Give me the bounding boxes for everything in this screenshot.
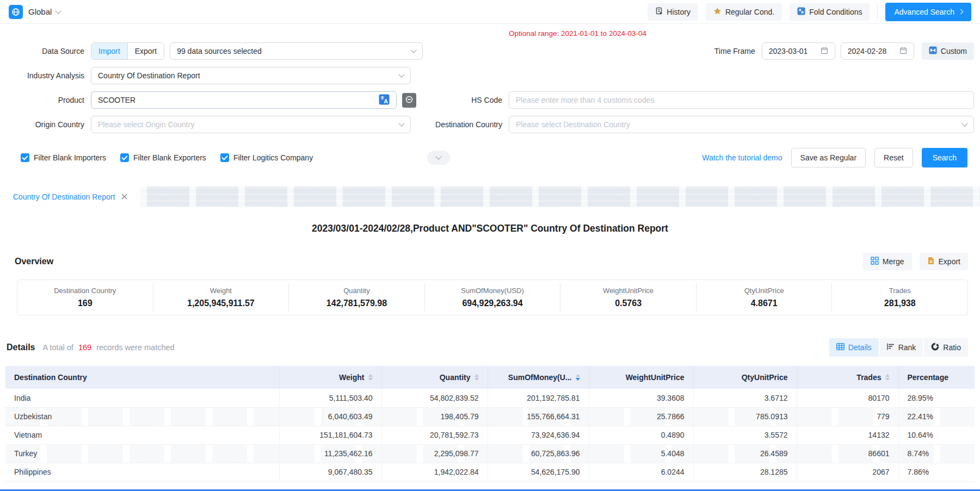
data-source-toggle: Import Export [91,42,164,60]
start-date-input[interactable]: 2023-03-01 [762,42,835,60]
col-percentage: Percentage [898,366,975,389]
table-row[interactable]: Philippines 9,067,480.35 1,942,022.84 54… [5,463,975,481]
destination-country-select[interactable]: Please select Destination Country [509,116,974,133]
chevron-down-icon [398,71,404,77]
time-frame-label: Time Frame [669,47,762,55]
view-details-button[interactable]: Details [829,338,879,357]
cell-trades: 2067 [797,463,898,481]
view-ratio-button[interactable]: Ratio [924,338,968,357]
origin-country-label: Origin Country [0,120,91,129]
fold-conditions-button[interactable]: Fold Conditions [790,3,870,21]
custom-icon [929,46,937,56]
cell-wup: 6.0244 [589,463,693,481]
overview-stats-card: Destination Country 169 Weight 1,205,945… [17,279,968,315]
view-rank-button[interactable]: Rank [880,338,923,357]
cell-country: India [5,389,279,407]
chevron-down-icon[interactable] [56,8,61,14]
sort-icon[interactable] [368,374,373,381]
industry-analysis-select[interactable]: Country Of Destination Report [91,67,411,84]
matched-count: 169 [76,343,94,352]
cell-sum: 54,626,175.90 [488,463,589,481]
close-icon[interactable] [121,192,127,201]
product-value: SCOOTER [98,96,135,104]
chevron-down-icon [398,120,404,126]
stat-label: WeightUnitPrice [560,287,696,295]
col-trades[interactable]: Trades [797,366,898,389]
collapse-form-button[interactable] [427,151,450,165]
history-icon [655,7,663,16]
cell-weight: 11,235,462.16 [279,444,381,463]
cell-pct: 7.86% [898,463,975,481]
region-selector-label[interactable]: Global [28,7,52,16]
cell-wup: 25.7866 [589,407,693,426]
table-row[interactable]: Vietnam 151,181,604.73 20,781,592.73 73,… [5,426,975,444]
advanced-search-label: Advanced Search [894,8,954,16]
cell-trades: 80170 [797,389,898,407]
filter-blank-importers-checkbox[interactable]: Filter Blank Importers [21,153,106,162]
merge-button[interactable]: Merge [863,253,912,270]
hs-code-input[interactable]: Please enter more than 4 customs codes [509,91,974,109]
export-button[interactable]: Export [920,253,968,270]
stat-weight-unit-price: WeightUnitPrice 0.5763 [560,283,696,312]
cell-sum: 60,725,863.96 [488,444,589,463]
translate-icon[interactable]: A [379,94,390,107]
destination-country-label: Destination Country [416,120,509,129]
cell-country: Turkey [5,444,279,463]
col-sum-of-money[interactable]: SumOfMoney(U... [488,366,589,389]
checkbox-checked-icon [120,153,129,162]
sort-icon-active-desc[interactable] [576,374,580,381]
col-quantity[interactable]: Quantity [381,366,488,389]
cell-weight: 5,111,503.40 [279,389,381,407]
advanced-search-button[interactable]: Advanced Search [885,3,971,21]
export-tab[interactable]: Export [127,43,164,59]
sort-icon[interactable] [474,374,479,381]
col-weight-unit-price: WeightUnitPrice [589,366,693,389]
star-icon [713,7,722,17]
save-as-regular-button[interactable]: Save as Regular [791,148,866,167]
cell-country: Philippines [5,463,279,481]
table-row[interactable]: Turkey 11,235,462.16 2,295,098.77 60,725… [5,444,975,463]
data-sources-select[interactable]: 99 data sources selected [170,42,423,60]
reset-button[interactable]: Reset [874,148,913,167]
filter-logitics-company-label: Filter Logitics Company [233,153,313,162]
col-qty-unit-price: QtyUnitPrice [693,366,797,389]
industry-analysis-label: Industry Analysis [0,71,91,80]
merge-icon [871,257,879,266]
destination-country-placeholder: Please select Destination Country [516,120,630,129]
col-weight[interactable]: Weight [279,366,381,389]
sort-icon[interactable] [885,374,890,381]
import-tab[interactable]: Import [91,43,127,59]
filter-blank-exporters-label: Filter Blank Exporters [133,153,206,162]
tutorial-link[interactable]: Watch the tutorial demo [702,153,782,162]
start-date-value: 2023-03-01 [769,47,808,55]
checkbox-checked-icon [21,153,29,162]
history-button[interactable]: History [648,3,698,21]
stat-value: 281,938 [832,299,967,308]
checkbox-checked-icon [220,153,229,162]
details-table: Destination Country Weight Quantity SumO… [5,366,975,482]
table-row[interactable]: India 5,111,503.40 54,802,839.52 201,192… [5,389,975,407]
end-date-input[interactable]: 2024-02-28 [841,42,914,60]
product-input[interactable]: SCOOTER A [91,91,397,109]
details-heading: Details [7,343,35,352]
search-form: Optional range: 2021-01-01 to 2024-03-04… [0,24,980,178]
search-button[interactable]: Search [922,148,967,167]
table-header-row: Destination Country Weight Quantity SumO… [5,366,975,389]
filter-blank-exporters-checkbox[interactable]: Filter Blank Exporters [120,153,206,162]
cell-sum: 201,192,785.81 [488,389,589,407]
filter-blank-importers-label: Filter Blank Importers [34,153,106,162]
table-row[interactable]: Uzbekistan 6,040,603.49 198,405.79 155,7… [5,407,975,426]
export-label: Export [939,257,960,266]
regular-cond-button[interactable]: Regular Cond. [706,3,782,21]
hs-code-label: HS Code [416,96,509,104]
origin-country-select[interactable]: Please select Origin Country [91,116,411,133]
filter-logitics-company-checkbox[interactable]: Filter Logitics Company [220,153,313,162]
stat-value: 1,205,945,911.57 [153,299,289,308]
exact-match-button[interactable] [402,93,416,108]
globe-logo-icon[interactable] [9,5,23,19]
origin-country-placeholder: Please select Origin Country [98,120,194,129]
custom-range-button[interactable]: Custom [922,42,974,60]
stat-value: 0.5763 [560,299,696,308]
tab-country-of-destination-report[interactable]: Country Of Destination Report [0,187,140,207]
cell-qup: 28.1285 [693,463,797,481]
